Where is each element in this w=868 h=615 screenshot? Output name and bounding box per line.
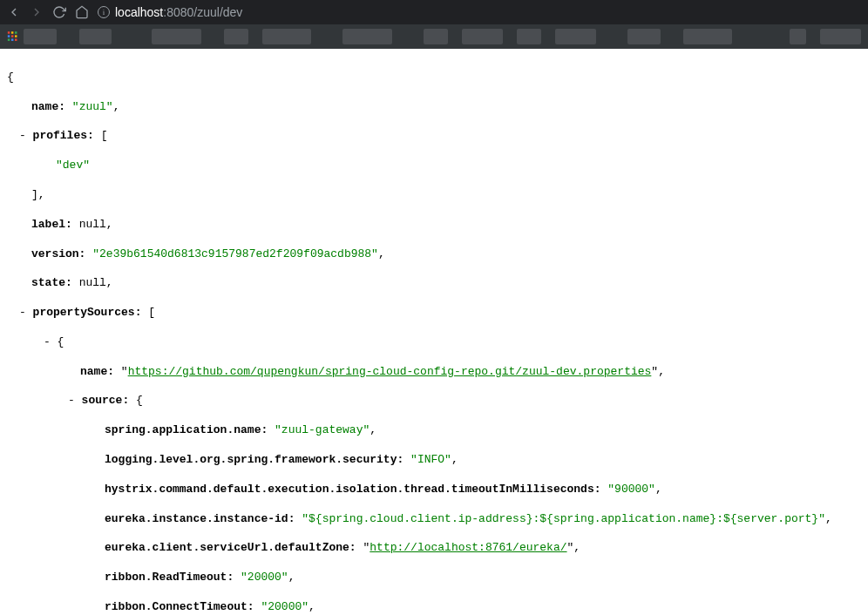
json-property-collapsible[interactable]: - propertySources: [ xyxy=(3,306,865,321)
bookmark-item[interactable] xyxy=(79,29,112,44)
reload-icon[interactable] xyxy=(52,5,66,19)
svg-rect-5 xyxy=(15,35,17,37)
bookmark-item[interactable] xyxy=(462,29,503,44)
eureka-link[interactable]: http://localhost:8761/eureka/ xyxy=(370,541,566,554)
forward-icon[interactable] xyxy=(30,5,44,19)
svg-rect-4 xyxy=(11,35,13,37)
bookmark-item[interactable] xyxy=(152,29,200,44)
json-object-collapsible[interactable]: - { xyxy=(3,335,865,350)
json-property: eureka.instance.instance-id: "${spring.c… xyxy=(3,512,865,527)
bookmark-item[interactable] xyxy=(627,29,661,44)
json-property: ribbon.ReadTimeout: "20000", xyxy=(3,571,865,585)
url-text: localhost:8080/zuul/dev xyxy=(115,5,242,19)
brace: { xyxy=(3,71,865,85)
json-property: logging.level.org.spring.framework.secur… xyxy=(3,453,865,468)
config-repo-link[interactable]: https://github.com/qupengkun/spring-clou… xyxy=(128,365,652,378)
home-icon[interactable] xyxy=(75,5,89,19)
json-property: ribbon.ConnectTimeout: "20000", xyxy=(3,600,865,615)
json-property-collapsible[interactable]: - source: { xyxy=(3,394,865,409)
bookmark-item[interactable] xyxy=(262,29,311,44)
json-viewer: { name: "zuul", - profiles: [ "dev" ], l… xyxy=(0,49,868,615)
svg-rect-0 xyxy=(8,31,10,33)
svg-rect-8 xyxy=(15,38,17,40)
bookmark-item[interactable] xyxy=(820,29,861,44)
apps-icon[interactable] xyxy=(7,30,18,43)
json-property: name: "zuul", xyxy=(3,100,865,115)
json-array-item: "dev" xyxy=(3,159,865,173)
bookmark-item[interactable] xyxy=(342,29,391,44)
bookmark-item[interactable] xyxy=(555,29,596,44)
svg-rect-1 xyxy=(11,31,13,33)
json-property: spring.application.name: "zuul-gateway", xyxy=(3,423,865,438)
site-info-icon[interactable]: i xyxy=(98,6,110,18)
browser-toolbar: i localhost:8080/zuul/dev xyxy=(0,0,868,24)
json-property: hystrix.command.default.execution.isolat… xyxy=(3,483,865,497)
bookmark-item[interactable] xyxy=(517,29,541,44)
bracket: ], xyxy=(3,188,865,203)
bookmark-item[interactable] xyxy=(24,29,57,44)
address-bar[interactable]: i localhost:8080/zuul/dev xyxy=(98,5,242,19)
bookmarks-bar xyxy=(0,24,868,49)
bookmark-item[interactable] xyxy=(424,29,448,44)
json-property: version: "2e39b61540d6813c9157987ed2f209… xyxy=(3,247,865,262)
bookmark-item[interactable] xyxy=(683,29,732,44)
json-property: label: null, xyxy=(3,218,865,233)
bookmark-item[interactable] xyxy=(790,29,806,44)
json-property: eureka.client.serviceUrl.defaultZone: "h… xyxy=(3,541,865,556)
svg-rect-7 xyxy=(11,38,13,40)
back-icon[interactable] xyxy=(7,5,21,19)
json-property-collapsible[interactable]: - profiles: [ xyxy=(3,129,865,144)
svg-rect-3 xyxy=(8,35,10,37)
json-property: name: "https://github.com/qupengkun/spri… xyxy=(3,365,865,380)
svg-rect-6 xyxy=(8,38,10,40)
bookmark-item[interactable] xyxy=(224,29,248,44)
svg-rect-2 xyxy=(15,31,17,33)
json-property: state: null, xyxy=(3,276,865,291)
